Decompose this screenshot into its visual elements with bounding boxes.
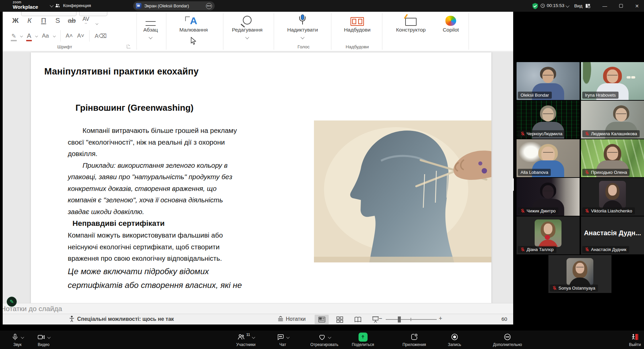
muted-mic-icon xyxy=(585,247,589,252)
font-size-combobox[interactable] xyxy=(79,12,107,16)
ribbon-button-абзац[interactable]: Абзац xyxy=(136,12,165,49)
meeting-topbar: zoom Workplace Конференция Экран (Oleksi… xyxy=(0,0,644,12)
audio-button[interactable]: Звук xyxy=(11,332,24,347)
toolbar-label: Дополнительно xyxy=(493,342,522,347)
slide-body-textbox[interactable]: Компанії витрачають більше грошей на рек… xyxy=(68,125,269,292)
participant-name: Анастасія Дудник xyxy=(591,247,627,252)
zoom-slider[interactable] xyxy=(386,319,437,320)
toolbar-label: Видео xyxy=(38,342,49,347)
slide-subtitle[interactable]: Грінвошинг (Greenwashing) xyxy=(75,103,194,113)
shrink-font-icon[interactable]: A˅ xyxy=(76,33,85,39)
apps-icon xyxy=(410,332,418,342)
timer-chevron-icon[interactable] xyxy=(566,4,569,7)
zoom-in-button[interactable]: + xyxy=(439,315,442,322)
character-spacing-button[interactable]: AV xyxy=(81,16,91,23)
shared-screen-pill[interactable]: Экран (Oleksii Bondar) ••• xyxy=(133,1,215,10)
notes-pane[interactable]: Нотатки до слайда xyxy=(3,303,513,314)
chat-button-chevron-icon[interactable] xyxy=(286,335,290,339)
font-name-combobox[interactable] xyxy=(21,12,76,16)
tab-conference[interactable]: Конференция xyxy=(55,3,91,8)
ribbon-button-надиктувати[interactable]: Надиктувати xyxy=(281,12,324,49)
apps-button[interactable]: Приложения xyxy=(402,332,426,347)
participants-button-chevron-icon[interactable] xyxy=(252,335,255,339)
security-shield-icon[interactable] xyxy=(532,2,539,10)
leave-button[interactable]: Выйти xyxy=(629,332,641,347)
share-pill-more-icon[interactable]: ••• xyxy=(206,3,212,9)
brand-chevron-icon[interactable] xyxy=(50,3,53,7)
ribbon-button-редагування[interactable]: Редагування xyxy=(225,12,269,49)
notes-toggle-button[interactable]: Нотатки xyxy=(277,316,306,322)
strikethrough-button[interactable]: ab xyxy=(67,16,76,24)
participants-button[interactable]: 11Участники xyxy=(236,332,255,347)
accessibility-status[interactable]: Спеціальні можливості: щось не так xyxy=(69,316,174,322)
highlight-chevron-icon[interactable] xyxy=(20,35,23,37)
clear-formatting-icon[interactable]: A⌫ xyxy=(94,33,107,40)
draw-icon: A xyxy=(190,12,197,26)
record-icon xyxy=(450,332,459,342)
change-case-icon[interactable]: Aa xyxy=(41,33,50,39)
ribbon-group-divider xyxy=(274,13,274,50)
underline-button[interactable]: П xyxy=(39,16,48,24)
slide-title[interactable]: Маніпулятивні практики екохайпу xyxy=(44,66,199,77)
ribbon-group-label: Шрифт xyxy=(57,44,72,49)
record-button[interactable]: Запись xyxy=(448,332,461,347)
text-shadow-button[interactable]: S xyxy=(53,16,62,24)
video-tile-kalash[interactable]: Людмила Калашнікова xyxy=(581,101,644,139)
video-tile-sonya[interactable]: Sonya Ostannyaya xyxy=(548,255,611,293)
minimize-button[interactable]: — xyxy=(599,0,610,12)
ribbon-button-copilot[interactable]: Copilot xyxy=(436,12,465,49)
video-button-chevron-icon[interactable] xyxy=(47,335,51,339)
annotation-pencil-button[interactable]: ✎ xyxy=(7,297,17,307)
ribbon-button-chevron-icon[interactable] xyxy=(245,35,249,39)
video-tile-anastasiia[interactable]: Анастасія Дудн...Анастасія Дудник xyxy=(581,216,644,254)
video-tile-chyzhyk[interactable]: Чижик Дмитро xyxy=(517,178,580,216)
ribbon-button-надбудови[interactable]: Надбудови xyxy=(339,12,376,49)
character-spacing-chevron-icon[interactable] xyxy=(96,22,98,25)
audio-button-chevron-icon[interactable] xyxy=(21,335,24,339)
change-case-chevron-icon[interactable] xyxy=(53,35,55,37)
zoom-out-button[interactable]: − xyxy=(379,315,382,322)
meeting-timer[interactable]: 00:15:53 xyxy=(540,3,565,8)
highlight-pen-icon[interactable]: ✎ xyxy=(11,33,17,40)
video-tile-iryna[interactable]: Iryna Hrabovets xyxy=(581,62,644,100)
slide-canvas[interactable]: Маніпулятивні практики екохайпу Грінвоши… xyxy=(31,52,491,303)
reactions-button-chevron-icon[interactable] xyxy=(328,335,331,339)
italic-button[interactable]: К xyxy=(25,16,34,24)
normal-view-button[interactable] xyxy=(315,315,329,324)
chat-icon xyxy=(276,332,289,342)
ribbon-button-chevron-icon[interactable] xyxy=(301,35,304,39)
more-button[interactable]: Дополнительно xyxy=(493,332,522,347)
share-screen-button[interactable]: Поделиться xyxy=(352,332,374,347)
puppet-head-image[interactable] xyxy=(314,120,491,262)
slide-sorter-view-button[interactable] xyxy=(333,315,347,324)
close-button[interactable]: ✕ xyxy=(631,0,643,12)
font-dialog-launcher-icon[interactable] xyxy=(127,45,130,48)
ribbon-button-конструктор[interactable]: Конструктор xyxy=(389,12,433,49)
font-color-chevron-icon[interactable] xyxy=(35,35,38,37)
grow-font-icon[interactable]: A˄ xyxy=(65,33,73,39)
zoom-slider-thumb[interactable] xyxy=(398,316,401,322)
video-tile-chernous[interactable]: ЧерноусЛюдмила xyxy=(517,101,580,139)
maximize-button[interactable] xyxy=(615,0,627,12)
mic-icon xyxy=(11,332,24,342)
video-button[interactable]: Видео xyxy=(37,332,50,347)
video-tile-viktoriia[interactable]: Viktoriia Liashchenko xyxy=(581,178,644,216)
chat-button[interactable]: Чат xyxy=(276,332,289,347)
brand-zoom: zoom xyxy=(13,1,38,4)
zoom-percentage[interactable]: 60 xyxy=(501,316,507,322)
video-tile-oleksii[interactable]: Oleksii Bondar xyxy=(517,62,580,100)
view-menu-label: Вид xyxy=(574,3,582,8)
zoom-meeting-window: zoom Workplace Конференция Экран (Oleksi… xyxy=(0,0,644,349)
video-tile-prykhodko[interactable]: Приходько Олена xyxy=(581,139,644,177)
zoom-slider-tick xyxy=(411,318,411,321)
share-icon xyxy=(358,332,367,342)
video-tile-alla[interactable]: Alla Lobanova xyxy=(517,139,580,177)
view-menu[interactable]: Вид xyxy=(574,3,591,9)
bold-button[interactable]: Ж xyxy=(11,16,20,24)
video-tile-diana[interactable]: Діана Таллєр xyxy=(517,216,580,254)
font-color-icon[interactable]: A xyxy=(26,32,32,40)
reading-view-button[interactable] xyxy=(351,315,365,324)
reactions-button[interactable]: Отреагировать xyxy=(310,332,338,347)
ribbon-button-chevron-icon[interactable] xyxy=(149,35,152,39)
panel-resize-handle[interactable] xyxy=(512,178,514,191)
